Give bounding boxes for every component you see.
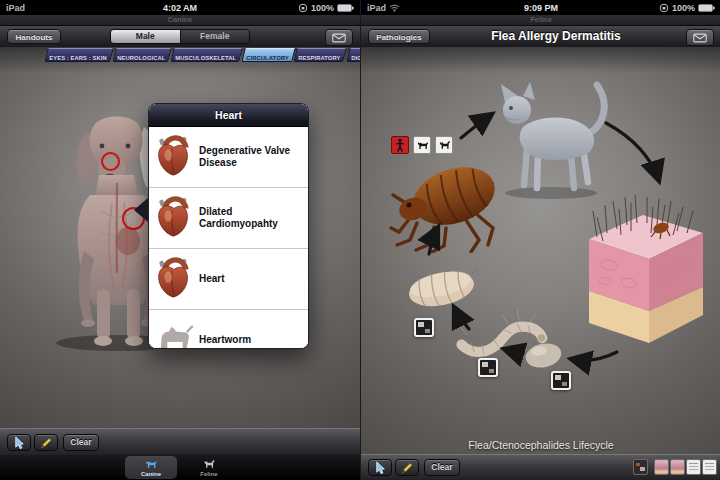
select-tool-button[interactable] [368,459,392,476]
species-dog-button[interactable] [413,136,431,154]
heart-anatomy-icon [149,256,199,302]
battery-icon [698,4,715,12]
status-bar: 9:09 PM iPad 100% [361,0,720,15]
top-toolbar: Handouts Male Female [0,26,360,48]
canine-anatomy-stage: Heart Degenerative Valve Disease [0,47,360,428]
flea-lifecycle-stage: Flea/Ctenocephalides Lifecycle [361,47,720,480]
human-icon [394,138,406,152]
list-item-degenerative-valve-disease[interactable]: Degenerative Valve Disease [149,127,308,188]
status-battery-percent: 100% [672,3,695,13]
sex-segmented-control: Male Female [110,29,250,44]
cat-icon [438,139,451,152]
species-human-button[interactable] [391,136,409,154]
pencil-tool-button[interactable] [34,434,58,451]
cat-icon [200,458,218,471]
species-cat-button[interactable] [435,136,453,154]
cursor-arrow-icon [13,436,25,450]
view-thumbnail-document-2[interactable] [702,459,717,475]
skin-cross-section-illustration [561,183,711,348]
cat-illustration [489,75,619,200]
view-thumbnail-skin-1[interactable] [654,459,669,475]
popup-callout-arrow [134,198,148,222]
clear-button[interactable]: Clear [424,459,460,476]
heart-anatomy-icon [149,195,199,241]
category-tab-neurological[interactable]: NEUROLOGICAL [112,48,172,62]
category-tab-musculoskeletal[interactable]: MUSCULOSKELETAL [170,48,242,62]
list-item-heartworm[interactable]: Heartworm [149,310,308,349]
category-tab-digestive[interactable]: DIGESTIVE [346,48,360,62]
list-item-heart[interactable]: Heart [149,249,308,310]
heart-popup: Heart Degenerative Valve Disease [148,103,309,349]
dog-icon [142,458,160,471]
tab-canine[interactable]: Canine [125,456,177,479]
larva-detail-thumbnail-button[interactable] [478,358,498,377]
segment-male[interactable]: Male [111,30,180,43]
adult-flea-illustration [386,148,506,253]
feline-app-screen: 9:09 PM iPad 100% Feline Pathologies Fle… [360,0,720,480]
nav-title: Canine [0,15,360,26]
cursor-arrow-icon [374,461,386,475]
flea-egg-illustration [521,338,566,373]
canine-app-screen: 4:02 AM iPad 100% Canine Handouts Male F… [0,0,360,480]
category-tab-eyes-ears-skin[interactable]: EYES : EARS : SKIN [44,48,113,62]
dog-icon [416,139,429,152]
pencil-icon [400,461,414,475]
egg-detail-thumbnail-button[interactable] [551,371,571,390]
mail-button[interactable] [686,29,714,46]
page-title: Flea Allergy Dermatitis [431,29,681,43]
tab-feline-label: Feline [200,471,217,478]
list-item-dilated-cardiomyopathy[interactable]: Dilated Cardiomyopahty [149,188,308,249]
view-thumbnail-document-1[interactable] [686,459,701,475]
category-tab-respiratory[interactable]: RESPIRATORY [294,48,348,62]
battery-icon [337,4,354,12]
status-bar: 4:02 AM iPad 100% [0,0,360,15]
lifecycle-caption: Flea/Ctenocephalides Lifecycle [361,439,720,451]
category-tab-circulatory[interactable]: CIRCULATORY [241,48,295,62]
pencil-icon [39,436,53,450]
tab-canine-label: Canine [141,471,161,478]
pencil-tool-button[interactable] [395,459,419,476]
rotation-lock-icon [298,3,308,13]
select-tool-button[interactable] [7,434,31,451]
envelope-icon [693,33,707,43]
nav-title: Feline [361,15,720,26]
view-thumbnail-lifecycle[interactable] [633,459,648,475]
draw-toolbar: Clear [0,428,360,456]
envelope-icon [332,33,346,43]
pupa-detail-thumbnail-button[interactable] [414,318,434,337]
rotation-lock-icon [659,3,669,13]
heartworm-dog-icon [149,320,199,349]
species-tab-bar: Canine Feline [0,455,360,480]
status-battery-percent: 100% [311,3,334,13]
draw-toolbar: Clear [361,454,720,480]
category-tab-strip: EYES : EARS : SKIN NEUROLOGICAL MUSCULOS… [46,48,359,61]
anatomy-hotspot-neck[interactable] [101,152,120,171]
top-toolbar: Pathologies Flea Allergy Dermatitis [361,26,720,48]
clear-button[interactable]: Clear [63,434,99,451]
handouts-button[interactable]: Handouts [7,29,61,44]
mail-button[interactable] [325,29,353,46]
segment-female[interactable]: Female [180,30,250,43]
popup-title: Heart [149,104,308,127]
heart-anatomy-icon [149,134,199,180]
pathologies-button[interactable]: Pathologies [368,29,430,44]
view-thumbnail-skin-2[interactable] [670,459,685,475]
tab-feline[interactable]: Feline [183,456,235,479]
